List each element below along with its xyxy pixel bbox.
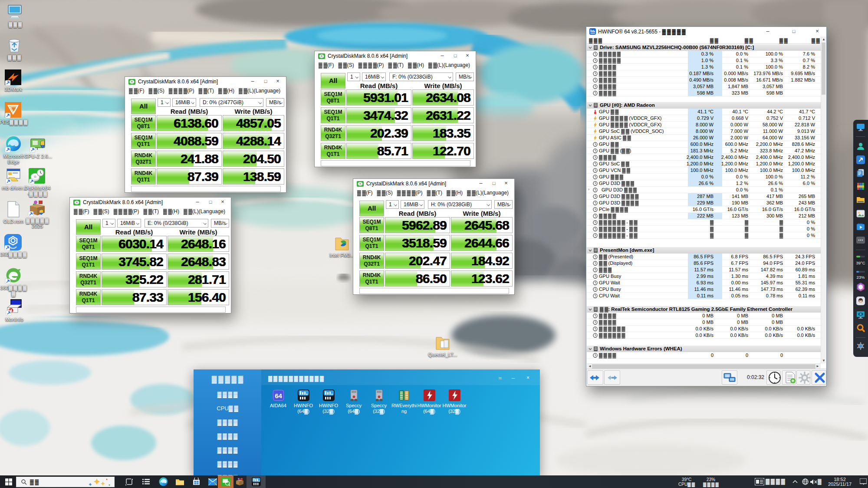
svg-text:64: 64 (275, 392, 282, 399)
